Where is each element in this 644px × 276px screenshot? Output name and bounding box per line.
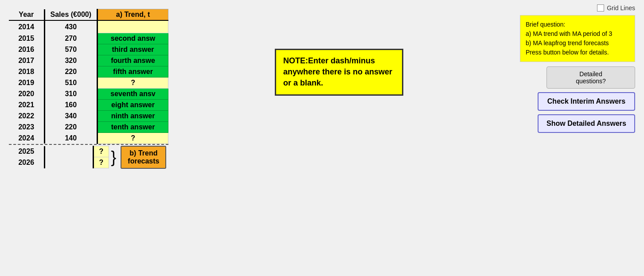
cell-trend[interactable]: eight answer: [98, 99, 168, 110]
col-year-header: Year: [9, 9, 44, 21]
cell-trend[interactable]: ?: [98, 77, 168, 88]
cell-year: 2014: [9, 20, 44, 33]
cell-forecast-year: 2026: [9, 157, 44, 168]
cell-forecast-sales: [44, 157, 93, 168]
cell-year: 2017: [9, 55, 44, 66]
cell-trend[interactable]: fourth answe: [98, 55, 168, 66]
show-detailed-answers-button[interactable]: Show Detailed Answers: [538, 114, 635, 133]
cell-sales: 510: [44, 77, 98, 88]
cell-trend[interactable]: tenth answer: [98, 121, 168, 132]
grid-lines-label: Grid Lines: [607, 4, 635, 12]
cell-sales: 320: [44, 55, 98, 66]
cell-trend[interactable]: second answ: [98, 33, 168, 44]
cell-forecast-year: 2025: [9, 146, 44, 157]
cell-year: 2018: [9, 66, 44, 77]
cell-sales: 140: [44, 132, 98, 144]
cell-year: 2021: [9, 99, 44, 110]
table-row: 2018220fifth answer: [9, 66, 168, 77]
check-interim-answers-button[interactable]: Check Interim Answers: [538, 92, 635, 111]
data-table: Year Sales (€000) a) Trend, t 2014430201…: [9, 9, 168, 144]
cell-trend[interactable]: seventh ansv: [98, 88, 168, 99]
cell-year: 2023: [9, 121, 44, 132]
cell-year: 2019: [9, 77, 44, 88]
brace-symbol: }: [111, 149, 116, 165]
cell-trend[interactable]: fifth answer: [98, 66, 168, 77]
brief-question-box: Brief question:a) MA trend with MA perio…: [520, 15, 635, 62]
cell-year: 2022: [9, 110, 44, 121]
grid-lines-row: Grid Lines: [597, 4, 635, 12]
cell-sales: 340: [44, 110, 98, 121]
table-row: 2024140?: [9, 132, 168, 144]
cell-sales: 270: [44, 33, 98, 44]
right-panel: Grid Lines Brief question:a) MA trend wi…: [520, 4, 635, 133]
forecast-rows-section: 2025?2026? } b) Trendforecasts: [9, 146, 168, 169]
cell-trend[interactable]: ?: [98, 132, 168, 144]
cell-forecast-trend[interactable]: ?: [93, 146, 109, 157]
main-container: Year Sales (€000) a) Trend, t 2014430201…: [0, 0, 644, 276]
brief-question-text: Brief question:a) MA trend with MA perio…: [526, 21, 612, 56]
cell-sales: 160: [44, 99, 98, 110]
forecast-label-text: b) Trendforecasts: [128, 149, 159, 165]
forecast-label-box: b) Trendforecasts: [121, 146, 166, 169]
cell-year: 2015: [9, 33, 44, 44]
col-trend-header: a) Trend, t: [98, 9, 168, 21]
cell-year: 2024: [9, 132, 44, 144]
table-row: 2017320fourth answe: [9, 55, 168, 66]
detailed-questions-button[interactable]: Detailedquestions?: [546, 66, 635, 89]
table-row: 2016570third answer: [9, 44, 168, 55]
table-row: 2021160eight answer: [9, 99, 168, 110]
cell-sales: 220: [44, 66, 98, 77]
table-row: 2022340ninth answer: [9, 110, 168, 121]
cell-year: 2020: [9, 88, 44, 99]
cell-trend[interactable]: third answer: [98, 44, 168, 55]
cell-sales: 570: [44, 44, 98, 55]
grid-lines-checkbox[interactable]: [597, 4, 604, 12]
cell-trend[interactable]: ninth answer: [98, 110, 168, 121]
table-row: 2015270second answ: [9, 33, 168, 44]
cell-sales: 430: [44, 20, 98, 33]
forecast-row: 2025?: [9, 146, 109, 157]
forecast-row: 2026?: [9, 157, 109, 168]
cell-sales: 310: [44, 88, 98, 99]
table-row: 2020310seventh ansv: [9, 88, 168, 99]
forecast-table: 2025?2026?: [9, 146, 109, 168]
cell-year: 2016: [9, 44, 44, 55]
table-section: Year Sales (€000) a) Trend, t 2014430201…: [9, 9, 168, 272]
col-sales-header: Sales (€000): [44, 9, 98, 21]
table-row: 2023220tenth answer: [9, 121, 168, 132]
cell-forecast-trend[interactable]: ?: [93, 157, 109, 168]
table-row: 2019510?: [9, 77, 168, 88]
cell-trend[interactable]: [98, 20, 168, 33]
note-text: NOTE:Enter dash/minus anywhere there is …: [283, 56, 392, 87]
table-row: 2014430: [9, 20, 168, 33]
cell-forecast-sales: [44, 146, 93, 157]
cell-sales: 220: [44, 121, 98, 132]
note-box: NOTE:Enter dash/minus anywhere there is …: [275, 49, 403, 96]
